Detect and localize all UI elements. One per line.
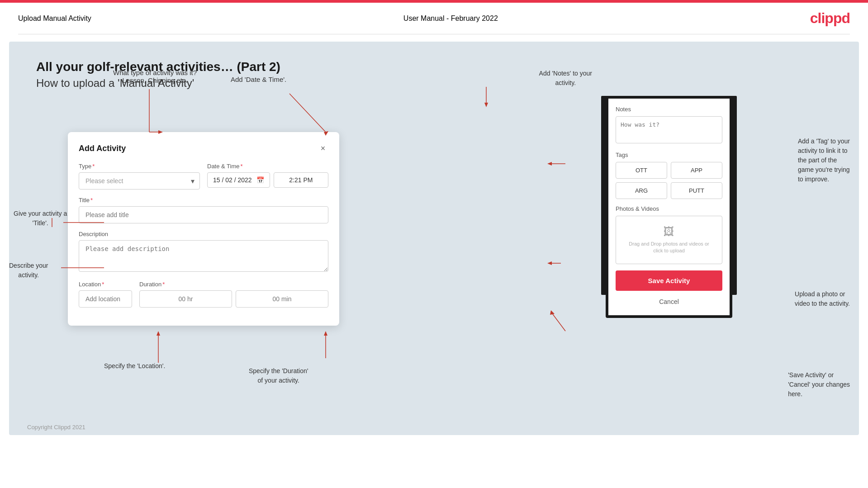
title-group: Title* xyxy=(79,197,328,223)
dialog-header: Add Activity × xyxy=(79,143,328,154)
type-select[interactable]: Please select xyxy=(79,172,200,190)
svg-marker-19 xyxy=(550,310,555,315)
annotation-give-title: Give your activity a 'Title'. xyxy=(14,209,67,228)
main-content: All your golf-relevant activities… (Part… xyxy=(9,42,859,435)
annotation-notes: Add 'Notes' to your activity. xyxy=(539,69,592,88)
annotation-save: 'Save Activity' or 'Cancel' your changes… xyxy=(788,370,850,399)
svg-marker-17 xyxy=(547,261,552,265)
type-datetime-row: Type* Please select ▾ Date & Time* 15 / … xyxy=(79,163,328,190)
tags-label: Tags xyxy=(616,152,722,158)
annotation-duration: Specify the 'Duration' of your activity. xyxy=(249,366,308,385)
date-time-group: 15 / 02 / 2022 📅 2:21 PM xyxy=(207,172,328,188)
type-select-wrapper: Please select ▾ xyxy=(79,172,200,190)
photos-label: Photos & Videos xyxy=(616,205,722,212)
notes-textarea[interactable] xyxy=(616,116,722,143)
dialog-title: Add Activity xyxy=(79,144,126,153)
date-input[interactable]: 15 / 02 / 2022 📅 xyxy=(207,172,270,188)
datetime-label: Date & Time* xyxy=(207,163,328,170)
tag-putt[interactable]: PUTT xyxy=(671,182,722,199)
duration-hr-input[interactable] xyxy=(139,290,232,308)
photo-upload[interactable]: 🖼 Drag and Drop photos and videos or cli… xyxy=(616,216,722,264)
location-group: Location* xyxy=(79,281,132,308)
annotation-upload: Upload a photo or video to the activity. xyxy=(795,289,850,308)
tag-arg[interactable]: ARG xyxy=(616,182,667,199)
header-divider xyxy=(18,34,850,34)
save-activity-button[interactable]: Save Activity xyxy=(616,270,722,291)
header-center: User Manual - February 2022 xyxy=(403,14,498,23)
tag-ott[interactable]: OTT xyxy=(616,162,667,179)
header-left: Upload Manual Activity xyxy=(18,14,91,23)
description-group: Description xyxy=(79,231,328,274)
datetime-group: Date & Time* 15 / 02 / 2022 📅 2:21 PM xyxy=(207,163,328,190)
annotation-location: Specify the 'Location'. xyxy=(104,362,165,370)
clippd-logo: clippd xyxy=(810,10,850,27)
description-label: Description xyxy=(79,231,328,237)
svg-marker-11 xyxy=(324,331,327,336)
notes-label: Notes xyxy=(616,106,722,113)
type-group: Type* Please select ▾ xyxy=(79,163,200,190)
duration-group: Duration* xyxy=(139,281,328,308)
svg-line-18 xyxy=(552,313,565,331)
location-duration-row: Location* Duration* xyxy=(79,281,328,308)
phone-panel: Notes Tags OTT APP ARG PUTT Photos & Vid… xyxy=(606,96,732,318)
calendar-icon: 📅 xyxy=(256,176,264,184)
annotation-describe: Describe your activity. xyxy=(9,261,48,280)
annotation-tag: Add a 'Tag' to your activity to link it … xyxy=(798,137,850,184)
add-activity-dialog: Add Activity × Type* Please select ▾ Dat… xyxy=(68,132,339,326)
duration-label: Duration* xyxy=(139,281,328,288)
phone-content: Notes Tags OTT APP ARG PUTT Photos & Vid… xyxy=(608,99,730,315)
annotation-date-time: Add 'Date & Time'. xyxy=(231,76,286,83)
time-input[interactable]: 2:21 PM xyxy=(274,172,328,188)
location-input[interactable] xyxy=(79,290,132,308)
svg-marker-9 xyxy=(157,331,160,336)
duration-row xyxy=(139,290,328,308)
tag-app[interactable]: APP xyxy=(671,162,722,179)
title-input[interactable] xyxy=(79,206,328,223)
close-button[interactable]: × xyxy=(318,143,328,154)
duration-min-input[interactable] xyxy=(236,290,328,308)
photo-icon: 🖼 xyxy=(625,225,713,238)
svg-marker-15 xyxy=(547,162,552,166)
header: Upload Manual Activity User Manual - Feb… xyxy=(0,3,868,34)
annotation-what-type: What type of activity was it? Lesson, Ch… xyxy=(113,69,197,84)
footer: Copyright Clippd 2021 xyxy=(27,424,85,431)
title-label: Title* xyxy=(79,197,328,204)
description-textarea[interactable] xyxy=(79,240,328,272)
upload-text: Drag and Drop photos and videos or click… xyxy=(625,241,713,255)
tags-grid: OTT APP ARG PUTT xyxy=(616,162,722,199)
svg-line-3 xyxy=(289,94,326,132)
location-label: Location* xyxy=(79,281,132,288)
type-label: Type* xyxy=(79,163,200,170)
svg-marker-13 xyxy=(484,103,488,107)
cancel-button[interactable]: Cancel xyxy=(616,295,722,308)
